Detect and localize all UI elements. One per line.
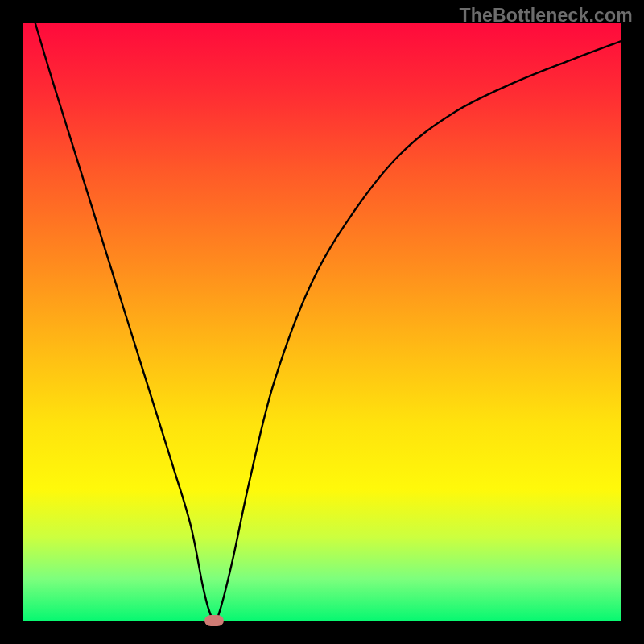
chart-frame: TheBottleneck.com <box>0 0 644 644</box>
bottleneck-curve <box>23 23 621 621</box>
watermark-text: TheBottleneck.com <box>459 5 633 27</box>
plot-area <box>23 23 621 621</box>
minimum-marker <box>204 615 224 626</box>
